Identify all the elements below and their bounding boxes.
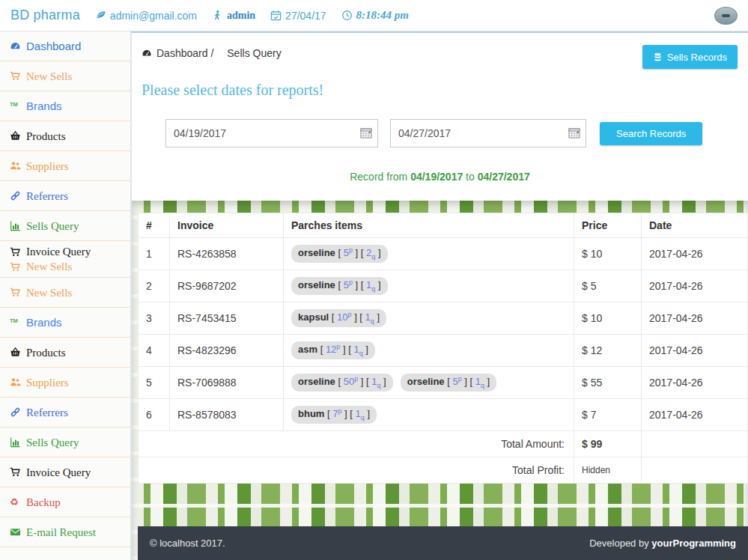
invoice-cell: RS-4823296: [170, 334, 284, 366]
sidebar-item-label: Brands: [26, 315, 62, 330]
sidebar-item-invoice-query[interactable]: Invoice Query: [0, 457, 130, 487]
invoice-cell: RS-9687202: [170, 270, 284, 302]
sidebar-row-dashboard: Dashboard: [10, 39, 123, 54]
gauge-icon: [10, 40, 21, 52]
header-user-text: admin: [227, 10, 255, 22]
sidebar-item-label: Brands: [26, 99, 62, 114]
sidebar-item-label: New Sells: [26, 69, 72, 84]
sidebar-item-label: Products: [26, 129, 66, 144]
date-cell: 2017-04-26: [642, 270, 748, 302]
breadcrumb-root[interactable]: Dashboard /: [156, 47, 213, 59]
footer-developer-name: yourProgramming: [651, 538, 736, 549]
sidebar-item-suppliers[interactable]: Suppliers: [0, 368, 130, 398]
date-cell: 2017-04-26: [642, 398, 748, 430]
app-window: BD pharma admin@gmail.com admin 27/04/17…: [0, 0, 748, 560]
datepicker-icon[interactable]: [360, 127, 372, 139]
sidebar-item-referrers[interactable]: Referrers: [0, 398, 130, 427]
header-email: admin@gmail.com: [95, 10, 197, 22]
item-badge: orseline [ 5p ] [ 1q ]: [401, 374, 497, 392]
table-row: 3RS-7453415kapsul [ 10p ] [ 1q ]$ 102017…: [139, 302, 748, 334]
chart-icon: [10, 220, 21, 231]
col-header-price: Price: [574, 213, 642, 238]
sells-records-button-label: Sells Records: [667, 52, 727, 63]
item-badge: kapsul [ 10p ] [ 1q ]: [291, 309, 386, 327]
row-number-cell: 1: [139, 238, 170, 270]
sidebar-item-new-sells[interactable]: New Sells: [0, 61, 130, 91]
sidebar-row-invoice-query: Invoice Query: [10, 244, 123, 259]
top-bar: BD pharma admin@gmail.com admin 27/04/17…: [0, 0, 748, 31]
row-number-cell: 2: [139, 270, 170, 302]
chart-icon: [10, 436, 21, 448]
cart-icon: [10, 466, 21, 478]
invoice-cell: RS-7453415: [170, 302, 284, 334]
header-email-text: admin@gmail.com: [110, 10, 197, 22]
record-range-middle: to: [466, 171, 475, 183]
sells-records-button[interactable]: Sells Records: [642, 45, 738, 69]
sidebar-item-suppliers[interactable]: Suppliers: [0, 151, 130, 181]
sidebar-item-sells-query[interactable]: Sells Query: [0, 211, 130, 241]
brand-logo[interactable]: BD pharma: [10, 7, 80, 23]
sidebar-item-label: Suppliers: [26, 375, 69, 390]
price-cell: $ 55: [574, 366, 642, 398]
sidebar-item-referrers[interactable]: Referrers: [0, 181, 130, 211]
svg-text:♻: ♻: [10, 496, 19, 508]
pharmacy-photo-background: # Invoice Parches items Price Date 1RS-4…: [132, 201, 748, 560]
parches-items-cell: bhum [ 7p ] [ 1q ]: [284, 398, 574, 430]
price-cell: $ 12: [574, 334, 642, 366]
basket-icon: [10, 130, 21, 141]
leaf-icon: [95, 10, 106, 21]
sidebar-item-sells-query[interactable]: Sells Query: [0, 427, 130, 457]
sidebar-item-brands[interactable]: TMBrands: [0, 91, 130, 121]
date-cell: 2017-04-26: [642, 238, 748, 270]
sidebar-row-sells-query: Sells Query: [10, 435, 123, 450]
date-cell: 2017-04-26: [642, 302, 748, 334]
header-user: admin: [212, 10, 255, 22]
total-profit-row: Total Profit: Hidden: [139, 457, 748, 483]
footer-copyright: © localhost 2017.: [150, 538, 225, 549]
sidebar-item-brands[interactable]: TMBrands: [0, 308, 130, 338]
sidebar-row-referrers: Referrers: [10, 189, 123, 204]
sidebar-item-label: Suppliers: [26, 159, 69, 174]
table-row: 2RS-9687202orseline [ 5p ] [ 1q ]$ 52017…: [139, 270, 748, 302]
footer-developed-by: Developed by: [589, 538, 649, 549]
cart-icon: [10, 70, 21, 82]
footer: © localhost 2017. Developed by yourProgr…: [138, 526, 748, 560]
total-profit-label: Total Profit:: [139, 457, 574, 483]
record-range-text: Record from 04/19/2017 to 04/27/2017: [132, 171, 748, 183]
invoice-cell: RS-7069888: [170, 366, 284, 398]
sidebar-row-brands: TMBrands: [10, 99, 123, 114]
breadcrumb-current: Sells Query: [227, 47, 281, 59]
sidebar-item-label: New Sells: [26, 259, 72, 274]
date-from-input[interactable]: [165, 119, 378, 147]
sidebar-item-invoice-query[interactable]: Invoice QueryNew Sells: [0, 241, 130, 278]
date-filter-row: Search Records: [132, 119, 748, 147]
record-range-prefix: Record from: [350, 171, 407, 183]
row-number-cell: 5: [139, 366, 170, 398]
table-header-row: # Invoice Parches items Price Date: [139, 213, 748, 238]
sidebar-row-new-sells: New Sells: [10, 259, 123, 274]
sidebar-item-products[interactable]: Products: [0, 338, 130, 368]
sidebar-item-backup[interactable]: ♻Backup: [0, 487, 130, 517]
sidebar-item-e-mail-request[interactable]: E-mail Request: [0, 517, 130, 547]
total-amount-row: Total Amount: $ 99: [139, 430, 748, 457]
sidebar-row-sells-query: Sells Query: [10, 219, 123, 234]
invoice-cell: RS-4263858: [170, 238, 284, 270]
search-records-button[interactable]: Search Records: [600, 122, 702, 145]
datepicker-icon[interactable]: [568, 127, 580, 139]
price-cell: $ 10: [574, 302, 642, 334]
footer-developer: Developed by yourProgramming: [589, 538, 736, 549]
menu-toggle-button[interactable]: [714, 7, 738, 25]
date-to-input[interactable]: [390, 119, 586, 147]
table-row: 6RS-8578083bhum [ 7p ] [ 1q ]$ 72017-04-…: [139, 398, 748, 430]
sidebar-item-dashboard[interactable]: Dashboard: [0, 31, 130, 61]
date-cell: 2017-04-26: [642, 366, 748, 398]
parches-items-cell: orseline [ 5p ] [ 2q ]: [284, 238, 574, 270]
records-table-body: 1RS-4263858orseline [ 5p ] [ 2q ]$ 10201…: [139, 238, 748, 431]
recycle-icon: ♻: [10, 496, 21, 508]
photo-gap: [138, 484, 748, 526]
date-from-box: [165, 119, 378, 147]
total-amount-label: Total Amount:: [139, 430, 574, 457]
sidebar-item-products[interactable]: Products: [0, 121, 130, 151]
sidebar-item-new-sells[interactable]: New Sells: [0, 278, 130, 308]
sidebar-row-products: Products: [10, 129, 123, 144]
